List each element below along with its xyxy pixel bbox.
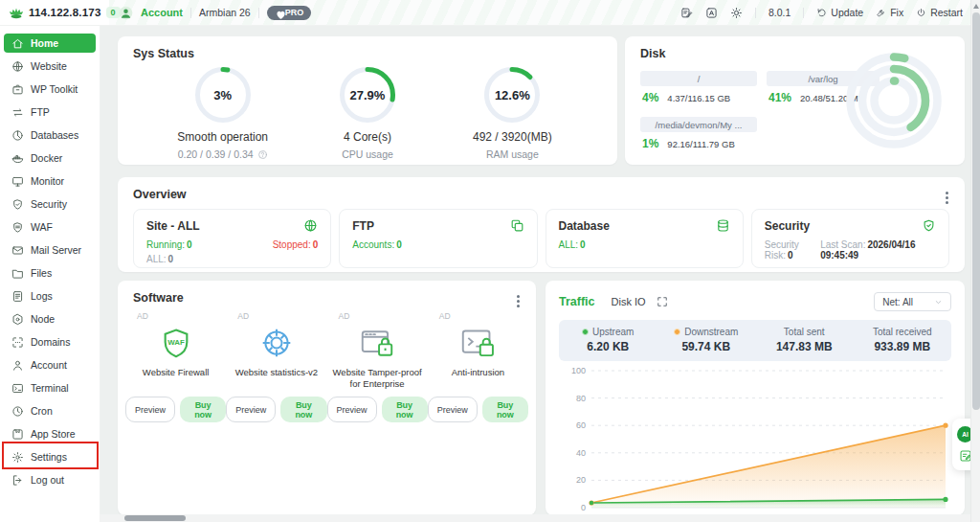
- sidebar-item-label: Monitor: [31, 175, 64, 187]
- sidebar-item-ftp[interactable]: FTP: [4, 102, 96, 122]
- traffic-stat-value: 6.20 KB: [559, 340, 657, 353]
- copy-icon: [510, 218, 524, 233]
- overview-title: Overview: [118, 177, 965, 201]
- waf-shield-icon: WAF: [159, 325, 193, 361]
- net-filter-value: Net: All: [882, 297, 913, 307]
- overview-stat-row: ALL:0: [559, 239, 730, 250]
- sidebar-item-log-out[interactable]: Log out: [4, 470, 96, 489]
- sidebar-item-mail-server[interactable]: Mail Server: [4, 240, 96, 260]
- overview-card-header: Site - ALL: [146, 218, 318, 233]
- ad-label: AD: [439, 311, 451, 321]
- buy-now-button[interactable]: Buy now: [482, 397, 528, 422]
- software-item-website-firewall: ADWAFWebsite FirewallPreviewBuy now: [125, 309, 226, 422]
- sidebar-item-label: Account: [31, 359, 67, 371]
- software-menu-button[interactable]: [515, 293, 522, 309]
- sidebar-item-website[interactable]: Website: [4, 57, 96, 76]
- overview-card-site-all[interactable]: Site - ALLRunning:0Stopped:0ALL:0: [133, 209, 331, 268]
- software-panel: Software ADWAFWebsite FirewallPreviewBuy…: [118, 281, 536, 515]
- overview-card-security[interactable]: SecuritySecurity Risk:0Last Scan:2026/04…: [751, 209, 949, 268]
- update-icon: [816, 8, 827, 18]
- sidebar-item-cron[interactable]: Cron: [4, 401, 96, 420]
- partition-path: /media/devmon/My ...: [640, 117, 757, 132]
- overview-card-ftp[interactable]: FTPAccounts:0: [339, 209, 537, 268]
- sidebar-item-waf[interactable]: WAF: [4, 217, 96, 237]
- fix-button[interactable]: Fix: [876, 7, 903, 18]
- net-filter-select[interactable]: Net: All: [874, 292, 951, 311]
- sidebar-item-label: Home: [31, 37, 58, 49]
- sidebar-item-label: WAF: [31, 221, 53, 233]
- sys-status-title: Sys Status: [118, 36, 617, 60]
- sidebar-item-account[interactable]: Account: [4, 355, 96, 374]
- theme-sun-icon[interactable]: [730, 7, 743, 19]
- gauge-subtext: CPU usage: [342, 148, 393, 160]
- vertical-scrollbar-thumb[interactable]: [972, 12, 980, 410]
- overview-menu-button[interactable]: [944, 190, 950, 206]
- gear-icon: [11, 451, 24, 464]
- horizontal-scrollbar[interactable]: [100, 514, 970, 522]
- stat-security-risk: Security Risk:0: [765, 239, 820, 261]
- version-label: 8.0.1: [768, 7, 791, 18]
- docker-icon: [11, 152, 24, 165]
- sidebar-item-label: Website: [31, 60, 67, 72]
- software-item-website-tamper-proof-for-enterprise: ADWebsite Tamper-proof for EnterprisePre…: [327, 309, 428, 422]
- buy-now-button[interactable]: Buy now: [180, 397, 226, 422]
- restart-button[interactable]: Restart: [916, 7, 963, 18]
- sidebar-item-domains[interactable]: Domains: [4, 332, 96, 352]
- divider: [755, 8, 756, 18]
- gauge-label: Smooth operation: [177, 130, 268, 144]
- sidebar-item-terminal[interactable]: Terminal: [4, 378, 96, 397]
- sidebar-item-home[interactable]: Home: [4, 34, 96, 53]
- stat-label: Stopped:: [273, 239, 311, 250]
- monitor-icon: [11, 175, 24, 188]
- gauge-subtext: RAM usage: [486, 148, 539, 160]
- overview-card-title: Security: [765, 219, 810, 233]
- sidebar-item-security[interactable]: Security: [4, 194, 96, 214]
- account-link[interactable]: Account: [141, 7, 183, 18]
- help-icon[interactable]: [257, 149, 268, 160]
- language-icon[interactable]: [705, 7, 718, 19]
- traffic-stat-total-received: Total received933.89 MB: [854, 327, 952, 353]
- os-label: Armbian 26: [199, 7, 251, 18]
- partition-usage: 92.16/111.79 GB: [667, 139, 734, 149]
- preview-button[interactable]: Preview: [125, 397, 175, 422]
- traffic-header: Traffic Disk IO Net: All: [546, 281, 965, 311]
- update-button[interactable]: Update: [816, 7, 863, 18]
- scroll-up-arrow-icon[interactable]: [973, 4, 979, 9]
- preview-button[interactable]: Preview: [226, 397, 276, 422]
- sidebar-item-files[interactable]: Files: [4, 263, 96, 283]
- edit-note-icon[interactable]: [680, 7, 693, 19]
- heart-icon: [275, 9, 282, 16]
- stat-all: ALL:0: [559, 239, 586, 250]
- user-avatar[interactable]: [119, 6, 133, 20]
- tab-traffic[interactable]: Traffic: [559, 295, 595, 308]
- sidebar-nav: HomeWebsiteWP ToolkitFTPDatabasesDockerM…: [0, 26, 100, 522]
- sidebar-item-monitor[interactable]: Monitor: [4, 171, 96, 191]
- tab-disk-io[interactable]: Disk IO: [612, 296, 646, 307]
- pro-badge[interactable]: PRO: [267, 6, 312, 20]
- appbox-icon: [11, 428, 24, 441]
- preview-button[interactable]: Preview: [327, 397, 377, 422]
- buy-now-button[interactable]: Buy now: [382, 397, 428, 422]
- sidebar-item-databases[interactable]: Databases: [4, 125, 96, 145]
- overview-card-database[interactable]: DatabaseALL:0: [546, 209, 744, 268]
- sidebar-item-wp-toolkit[interactable]: WP Toolkit: [4, 79, 96, 99]
- sidebar-item-app-store[interactable]: App Store: [4, 424, 96, 443]
- sidebar-item-label: Log out: [31, 474, 64, 486]
- update-label: Update: [831, 7, 863, 18]
- preview-button[interactable]: Preview: [428, 397, 478, 422]
- svg-text:40: 40: [576, 448, 586, 458]
- sidebar-item-label: Files: [31, 267, 52, 279]
- sidebar-item-logs[interactable]: Logs: [4, 286, 96, 306]
- disk-panel: Disk /4%4.37/116.15 GB/var/log41%20.48/5…: [625, 36, 965, 165]
- sidebar-item-settings[interactable]: Settings: [4, 447, 96, 466]
- vertical-scrollbar[interactable]: [970, 0, 980, 522]
- ad-label: AD: [137, 311, 148, 321]
- chevron-down-icon: [934, 298, 943, 306]
- expand-icon[interactable]: [657, 296, 668, 307]
- traffic-panel: Traffic Disk IO Net: All Upstream6.20 KB…: [546, 281, 965, 515]
- buy-now-button[interactable]: Buy now: [280, 397, 326, 422]
- sidebar-item-node[interactable]: Node: [4, 309, 96, 329]
- sidebar-item-docker[interactable]: Docker: [4, 148, 96, 168]
- horizontal-scrollbar-thumb[interactable]: [124, 515, 186, 521]
- software-title: Software: [118, 281, 536, 305]
